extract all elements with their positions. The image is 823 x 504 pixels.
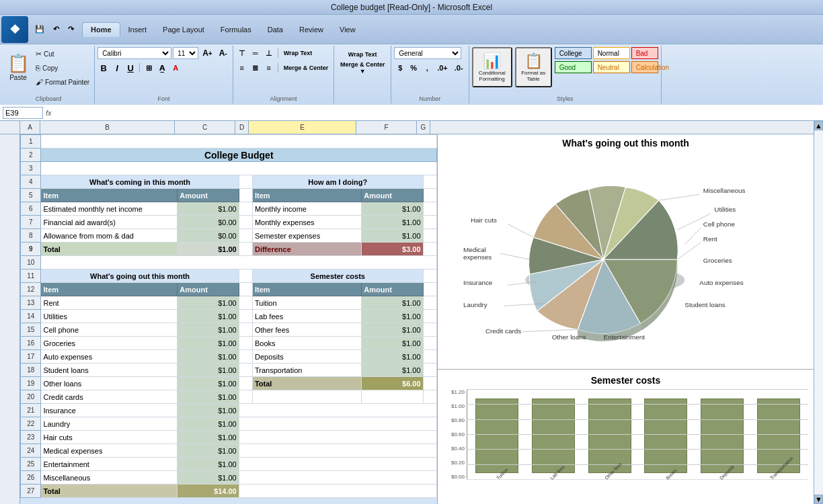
align-top-button[interactable]: ⊤ <box>236 47 248 59</box>
col-item-2: Item <box>252 189 361 202</box>
fill-color-button[interactable]: A̲ <box>156 62 168 74</box>
comma-button[interactable]: , <box>421 62 433 74</box>
tab-home[interactable]: Home <box>82 22 120 37</box>
style-calculation[interactable]: Calculation <box>631 61 658 73</box>
align-middle-button[interactable]: ═ <box>249 47 262 59</box>
style-good[interactable]: Good <box>555 61 592 73</box>
row-num: 19 <box>21 377 41 390</box>
styles-group: 📊 Conditional Formatting 📋 Format as Tab… <box>469 46 662 103</box>
table-row: 13 Rent $1.00 Tuition $1.00 <box>21 296 437 310</box>
align-left-button[interactable]: ≡ <box>236 62 248 74</box>
wrap-text-ribbon-button[interactable]: Wrap Text <box>336 48 389 60</box>
tab-view[interactable]: View <box>331 22 364 37</box>
row-num: 10 <box>21 256 41 269</box>
bar-books: Books <box>639 389 693 479</box>
svg-text:Miscellaneous: Miscellaneous <box>703 187 746 194</box>
styles-label: Styles <box>557 94 574 102</box>
border-button[interactable]: ⊞ <box>143 62 155 74</box>
undo-qat-button[interactable]: ↶ <box>50 24 62 36</box>
table-row: 8 Allowance from mom & dad $0.00 Semeste… <box>21 229 437 243</box>
row-num: 26 <box>21 471 41 485</box>
increase-font-button[interactable]: A+ <box>200 47 215 59</box>
merge-center-button[interactable]: Merge & Center <box>281 62 331 74</box>
format-as-table-button[interactable]: 📋 Format as Table <box>515 47 552 87</box>
paste-button[interactable]: 📋 Paste <box>5 47 31 87</box>
save-qat-button[interactable]: 💾 <box>32 24 47 36</box>
wrap-text-button[interactable]: Wrap Text <box>281 47 315 59</box>
style-normal[interactable]: Normal <box>593 47 630 59</box>
clipboard-label: Clipboard <box>36 94 62 102</box>
row-num: 4 <box>21 175 41 189</box>
table-row: 4 What's coming in this month How am I d… <box>21 175 437 189</box>
svg-text:Student loans: Student loans <box>684 301 725 308</box>
bar-lab-fees: Lab fees <box>526 389 580 479</box>
bar-chart-container: Semester costs $1.20 $1.00 $0.80 $0.60 $… <box>438 370 814 504</box>
formula-input[interactable] <box>54 109 820 117</box>
table-row: 7 Financial aid award(s) $0.00 Monthly e… <box>21 216 437 229</box>
row-num: 13 <box>21 296 41 310</box>
top-bar: ❖ 💾 ↶ ↷ Home Insert Page Layout Formulas… <box>0 15 823 44</box>
format-painter-button[interactable]: 🖌 Format Painter <box>34 75 91 89</box>
table-row: 20 Credit cards $1.00 <box>21 390 437 404</box>
row-num: 16 <box>21 337 41 350</box>
table-row: 10 <box>21 256 437 269</box>
table-row: 18 Student loans $1.00 Transportation $1… <box>21 364 437 377</box>
tab-review[interactable]: Review <box>291 22 331 37</box>
align-right-button[interactable]: ≡ <box>263 62 275 74</box>
tab-insert[interactable]: Insert <box>120 22 155 37</box>
conditional-formatting-button[interactable]: 📊 Conditional Formatting <box>472 47 512 87</box>
svg-line-13 <box>508 224 533 237</box>
bar-other-fees: Other fees <box>583 389 637 479</box>
cell-reference[interactable] <box>3 107 43 119</box>
tab-page-layout[interactable]: Page Layout <box>155 22 212 37</box>
svg-text:Medical: Medical <box>463 246 486 253</box>
row-num: 24 <box>21 444 41 458</box>
col-amount-1: Amount <box>178 189 239 202</box>
svg-text:Insurance: Insurance <box>463 279 493 286</box>
row-num: 27 <box>21 485 41 498</box>
font-color-button[interactable]: A <box>169 62 182 74</box>
tab-formulas[interactable]: Formulas <box>212 22 260 37</box>
accounting-button[interactable]: $ <box>394 62 406 74</box>
bar-chart-title: Semester costs <box>443 375 808 386</box>
percent-button[interactable]: % <box>407 62 420 74</box>
align-bottom-button[interactable]: ⊥ <box>263 47 275 59</box>
tab-data[interactable]: Data <box>260 22 291 37</box>
font-name-select[interactable]: Calibri <box>97 47 171 59</box>
row-num: 1 <box>21 135 41 149</box>
svg-text:Laundry: Laundry <box>463 301 487 308</box>
underline-button[interactable]: U <box>124 62 136 74</box>
bold-button[interactable]: B <box>97 62 110 74</box>
formula-bar: fx <box>0 105 823 121</box>
table-row: 6 Estimated monthly net income $1.00 Mon… <box>21 202 437 216</box>
table-row: 26 Miscellaneous $1.00 <box>21 471 437 485</box>
row-num: 9 <box>21 243 41 256</box>
col-header-c: C <box>175 121 235 134</box>
cut-button[interactable]: ✂ Cut <box>34 47 91 60</box>
table-row: 22 Laundry $1.00 <box>21 417 437 431</box>
align-center-button[interactable]: ≣ <box>249 62 262 74</box>
number-format-select[interactable]: General <box>394 47 461 59</box>
col-header-b: B <box>40 121 175 134</box>
redo-qat-button[interactable]: ↷ <box>65 24 77 36</box>
office-button[interactable]: ❖ <box>1 16 28 43</box>
merge-center-ribbon-button[interactable]: Merge & Center ▼ <box>336 62 389 74</box>
italic-button[interactable]: I <box>111 62 123 74</box>
style-neutral[interactable]: Neutral <box>593 61 630 73</box>
decrease-decimal-button[interactable]: .0- <box>452 62 466 74</box>
svg-line-16 <box>500 253 530 259</box>
svg-text:Auto expenses: Auto expenses <box>699 279 743 286</box>
row-num: 25 <box>21 458 41 471</box>
decrease-font-button[interactable]: A- <box>217 47 230 59</box>
increase-decimal-button[interactable]: .0+ <box>434 62 450 74</box>
budget-title: College Budget <box>41 149 437 162</box>
vertical-scrollbar[interactable]: ▲ ▼ <box>814 121 823 504</box>
copy-button[interactable]: ⎘ Copy <box>34 61 91 75</box>
font-size-select[interactable]: 11 <box>173 47 198 59</box>
table-row: 23 Hair cuts $1.00 <box>21 431 437 444</box>
coming-in-header: What's coming in this month <box>41 175 239 189</box>
style-bad[interactable]: Bad <box>631 47 658 59</box>
style-college[interactable]: College <box>555 47 592 59</box>
row-num: 20 <box>21 390 41 404</box>
spreadsheet-table: 1 2 College Budget 3 <box>20 134 437 498</box>
